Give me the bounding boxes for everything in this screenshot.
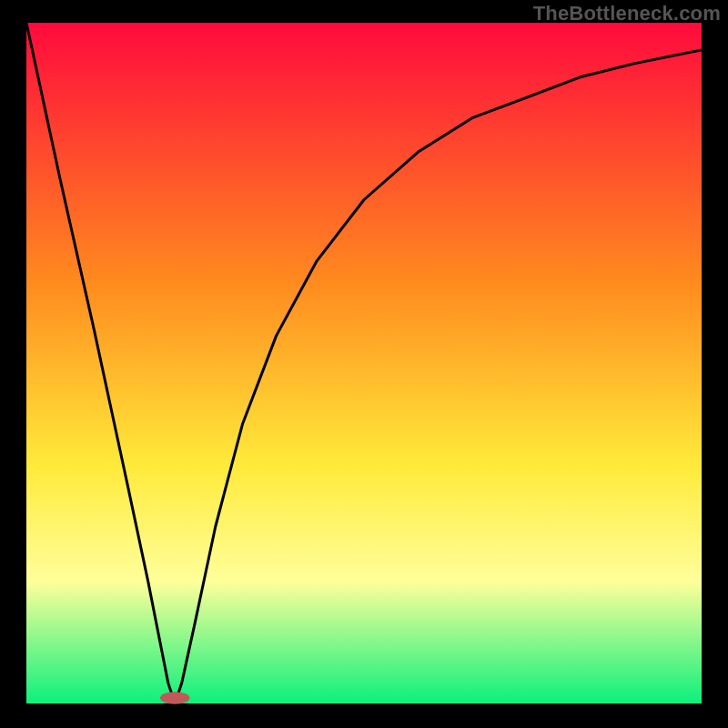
optimal-marker (160, 692, 190, 703)
chart-svg (0, 0, 728, 728)
chart-container: { "watermark": "TheBottleneck.com", "col… (0, 0, 728, 728)
plot-area (26, 23, 702, 703)
